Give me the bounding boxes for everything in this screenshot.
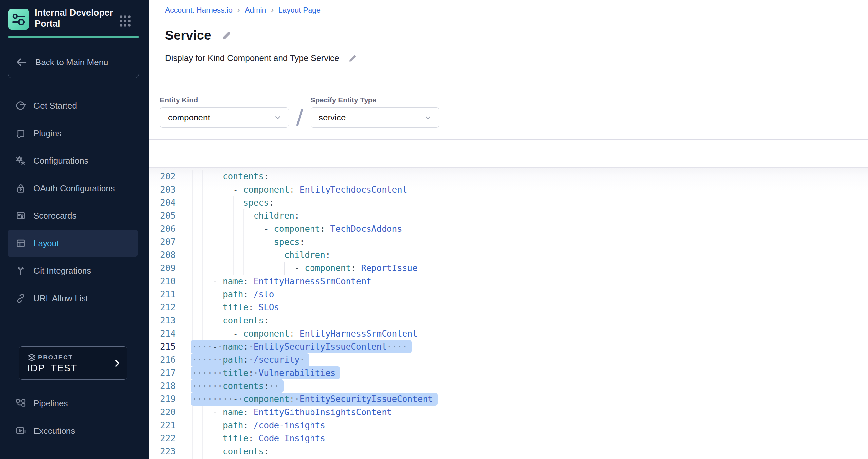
get-started-icon [15,100,26,111]
code-line-content: children: [192,209,300,222]
selection-highlight: ······title:·Vulnerabilities [191,366,340,380]
code-line[interactable]: 202 contents: [149,170,868,183]
code-line[interactable]: 214 - component: EntityHarnessSrmContent [149,327,868,340]
code-line-content: children: [192,249,331,262]
breadcrumb-separator-icon: › [271,6,274,13]
git-icon [15,265,26,276]
sidebar-item-layout[interactable]: Layout [7,230,138,257]
sidebar-item-url-allow-list[interactable]: URL Allow List [0,285,149,312]
line-number: 203 [149,183,176,196]
code-line-content: title: SLOs [192,301,279,314]
code-line-content: path: /slo [192,288,274,301]
line-number: 205 [149,209,176,222]
code-line-content: ········-·component:·EntitySecurityIssue… [192,393,438,406]
page-title: Service [165,28,211,42]
code-line[interactable]: 219········-·component:·EntitySecurityIs… [149,393,868,406]
code-line-content: - component: EntityHarnessSrmContent [192,327,417,340]
page: Internal Developer Portal Back to Main M… [0,0,868,459]
code-line-content: path: /code-insights [192,419,325,432]
entity-kind-label: Entity Kind [160,96,198,104]
sidebar-nav: Get StartedPluginsConfigurationsOAuth Co… [0,92,149,312]
code-line-content: - component: TechDocsAddons [192,222,402,235]
selection-highlight: ······contents:·· [191,380,284,393]
sidebar-item-pipelines[interactable]: Pipelines [0,390,149,417]
line-number: 218 [149,380,176,393]
code-line-content: title: Code Insights [192,432,325,445]
sidebar-item-label: URL Allow List [33,293,88,303]
sidebar-item-scorecards[interactable]: Scorecards [0,202,149,230]
code-line-content: - name: EntityHarnessSrmContent [192,275,371,288]
code-line[interactable]: 208 children: [149,249,868,262]
code-line[interactable]: 207 specs: [149,235,868,249]
code-line[interactable]: 217······title:·Vulnerabilities [149,366,868,380]
code-line[interactable]: 206 - component: TechDocsAddons [149,222,868,235]
sidebar-divider [8,315,139,315]
code-line[interactable]: 210 - name: EntityHarnessSrmContent [149,275,868,288]
project-selector[interactable]: PROJECT IDP_TEST [19,347,127,380]
sidebar-item-label: Pipelines [33,398,68,408]
code-line-content: ······path:·/security· [192,353,309,366]
code-line[interactable]: 216······path:·/security· [149,353,868,366]
line-number: 223 [149,445,176,458]
breadcrumb-link[interactable]: Layout Page [278,6,321,15]
breadcrumb-separator-icon: › [237,6,240,13]
oauth-icon [15,183,26,194]
edit-subtitle-pencil-icon[interactable] [347,54,357,63]
sidebar-item-label: OAuth Configurations [33,183,115,194]
slash-separator [295,108,305,127]
sidebar-item-executions[interactable]: Executions [0,417,149,445]
chevron-down-icon [424,113,432,122]
layers-icon [27,353,37,362]
code-line-content: contents: [192,445,269,458]
code-line[interactable]: 213 contents: [149,314,868,327]
app-grid-icon[interactable] [118,14,132,28]
chevron-right-icon [112,359,122,368]
code-line[interactable]: 220 - name: EntityGithubInsightsContent [149,406,868,419]
project-label: PROJECT [38,354,73,361]
code-line[interactable]: 221 path: /code-insights [149,419,868,432]
selection-highlight: ······path:·/security· [191,353,309,366]
line-number: 212 [149,301,176,314]
code-line-content: ····-·name:·EntitySecurityIssueContent··… [192,340,412,353]
code-line[interactable]: 223 contents: [149,445,868,458]
entity-kind-dropdown[interactable]: component [160,107,289,128]
sidebar-item-plugins[interactable]: Plugins [0,120,149,147]
sidebar-item-label: Layout [33,238,59,249]
code-line[interactable]: 222 title: Code Insights [149,432,868,445]
line-number: 207 [149,235,176,249]
entity-type-dropdown[interactable]: service [311,107,439,128]
main-content: Account: Harness.io›Admin›Layout Page Se… [149,0,868,459]
sidebar-item-configurations[interactable]: Configurations [0,147,149,174]
code-line[interactable]: 212 title: SLOs [149,301,868,314]
sidebar-item-label: Scorecards [33,211,76,221]
line-number: 214 [149,327,176,340]
line-number: 202 [149,170,176,183]
code-line[interactable]: 204 specs: [149,196,868,209]
code-line-content: - component: ReportIssue [192,262,417,275]
sidebar-item-label: Executions [33,426,75,436]
executions-icon [15,425,26,436]
line-number: 206 [149,222,176,235]
code-line[interactable]: 209 - component: ReportIssue [149,262,868,275]
code-line[interactable]: 203 - component: EntityTechdocsContent [149,183,868,196]
line-number: 219 [149,393,176,406]
code-line-content: - component: EntityTechdocsContent [192,183,407,196]
line-number: 213 [149,314,176,327]
yaml-code-editor[interactable]: 202 contents:203 - component: EntityTech… [149,167,868,459]
code-line[interactable]: 218······contents:·· [149,380,868,393]
code-line[interactable]: 215····-·name:·EntitySecurityIssueConten… [149,340,868,353]
page-subtitle: Display for Kind Component and Type Serv… [165,53,339,63]
code-line[interactable]: 205 children: [149,209,868,222]
edit-title-pencil-icon[interactable] [220,30,231,41]
line-number: 216 [149,353,176,366]
sidebar-item-oauth-configurations[interactable]: OAuth Configurations [0,174,149,202]
line-number: 210 [149,275,176,288]
sidebar-item-git-integrations[interactable]: Git Integrations [0,257,149,285]
sidebar-item-get-started[interactable]: Get Started [0,92,149,120]
line-number: 220 [149,406,176,419]
breadcrumb-link[interactable]: Admin [245,6,266,15]
code-line-content: ······title:·Vulnerabilities [192,366,340,380]
breadcrumb-link[interactable]: Account: Harness.io [165,6,232,15]
line-number: 204 [149,196,176,209]
code-line[interactable]: 211 path: /slo [149,288,868,301]
